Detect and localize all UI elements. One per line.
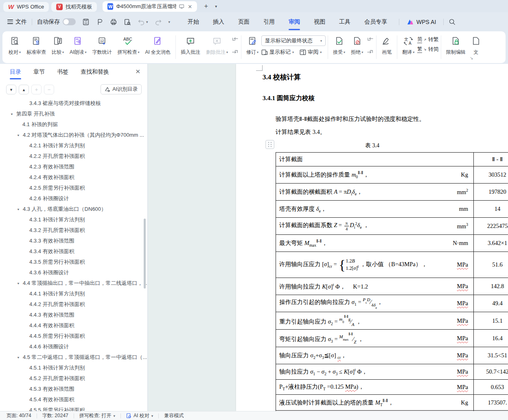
table-value-cell[interactable]: 197820 (474, 184, 508, 200)
simplified-to-traditional-button[interactable]: 简➔ 转繁 (417, 36, 439, 43)
more-commands-chevron-icon[interactable]: ▾ (169, 20, 171, 24)
menu-member[interactable]: 会员专享 (357, 13, 394, 31)
toc-item[interactable]: 4.3.3 有效补强范围 (0, 236, 147, 246)
table-label-cell[interactable]: 许用轴向拉应力 K[σ]t Φ， K=1.2MPa (276, 278, 474, 295)
previous-change-icon[interactable] (366, 37, 374, 44)
table-value-cell[interactable]: 50.7<142 (474, 364, 508, 379)
pen-button[interactable]: 画笔 (379, 34, 395, 58)
accept-button[interactable]: 接受▾ (330, 34, 348, 58)
tab-document-active[interactable]: W Φ4500mm原油常压蒸馏塔机 ✕ (103, 1, 197, 12)
table-value-cell[interactable]: 2225475 (474, 218, 508, 234)
toc-expand-triangle-icon[interactable]: ▼ (17, 133, 20, 137)
ai-read-button[interactable]: AI朗读▾ (67, 34, 89, 58)
translate-button[interactable]: 文A 翻译▾ (399, 34, 417, 58)
markup-state-dropdown[interactable]: 显示标记的最终状态 ▾ (261, 35, 326, 46)
table-label-cell[interactable]: 塔壳有效厚度 δe，mm (276, 201, 474, 217)
toc-item[interactable]: ▼4.5 常二中返塔口，常顶循返塔口，常一中返塔口（... (0, 352, 147, 363)
redo-button[interactable] (155, 19, 162, 25)
table-value-cell[interactable]: 31.5<51 (474, 347, 508, 364)
export-pdf-icon[interactable] (96, 18, 103, 26)
toc-item[interactable]: ▼第四章 开孔补强 (0, 109, 147, 119)
table-row[interactable]: 弯矩引起轴向应力 σ3 = MmaxⅡ-Ⅱ⁄Z ，MPa16.4 (276, 330, 508, 347)
toc-expand-triangle-icon[interactable]: ▼ (17, 356, 20, 359)
toc-item[interactable]: 4.1 补强的判据 (0, 119, 147, 130)
sidebar-tab-bookmarks[interactable]: 书签 (57, 64, 68, 80)
search-icon[interactable] (449, 18, 455, 25)
table-value-cell[interactable]: 16.4 (474, 330, 508, 347)
table-label-cell[interactable]: PT+液柱静压力(PT =0.125 MPa)，MPa (276, 380, 474, 394)
toc-item[interactable]: 4.2.3 有效补强范围 (0, 162, 147, 172)
toc-expand-triangle-icon[interactable]: ▼ (17, 208, 20, 211)
next-comment-icon[interactable] (231, 47, 239, 53)
insert-comment-button[interactable]: 插入批注 (178, 34, 203, 58)
table-row[interactable]: 液压试验时计算截面以上的塔的质量 MTⅡ-Ⅱ，Kg173507. (276, 395, 508, 411)
table-label-cell[interactable]: 操作压力引起的轴向拉应力 σ1 = PcD⁄4δe，MPa (276, 295, 474, 312)
zoom-out-toc-button[interactable]: − (44, 85, 54, 94)
table-label-cell[interactable]: 许用轴向压应力 [σ]cr = {1.2B1.2[σ]t ，取小值 （B=43M… (276, 252, 474, 278)
print-preview-icon[interactable] (124, 18, 131, 26)
sidebar-tab-chapters[interactable]: 章节 (33, 64, 45, 80)
ai-polish-button[interactable]: AI 全文润色 (142, 34, 173, 58)
toc-item[interactable]: 4.4.2 开孔所需补强面积 (0, 299, 147, 310)
toc-item[interactable]: 4.4.3 有效补强范围 (0, 310, 147, 320)
previous-comment-icon[interactable] (231, 37, 239, 44)
table-label-cell[interactable]: 计算截面的截面系数 Z = π4Di2δe ，mm3 (276, 218, 474, 234)
clipped-ribbon-button[interactable]: 文 (469, 34, 484, 58)
table-value-cell[interactable]: 49.4 (474, 295, 508, 312)
track-changes-button[interactable]: 修订▾ (243, 34, 261, 58)
doc-paragraph[interactable]: 计算结果见表 3.4。 (276, 128, 326, 136)
new-tab-icon[interactable]: ＋ (203, 2, 209, 11)
show-markup-button[interactable]: 显示标记▾ (261, 48, 294, 56)
toc-item[interactable]: 4.4.6 补强圈设计 (0, 341, 147, 352)
table-row[interactable]: PT+液柱静压力(PT =0.125 MPa)，MPa0.653 (276, 380, 508, 395)
collapse-all-button[interactable]: ▾ (6, 85, 16, 94)
toc-item[interactable]: 4.5.3 有效补强范围 (0, 384, 147, 394)
review-pane-button[interactable]: 审阅▾ (300, 48, 322, 56)
table-row[interactable]: 轴向拉应力 σ1 − σ2 + σ3 ≤ K[σ]t Φ，MPa50.7<142 (276, 364, 508, 380)
sidebar-scrollbar[interactable] (144, 219, 146, 289)
table-row[interactable]: 计算截面以上塔的操作质量 m0Ⅱ-Ⅱ，Kg303512 (276, 166, 508, 184)
tab-wps-office[interactable]: W WPS Office (3, 2, 49, 12)
table-label-cell[interactable]: 重力引起轴向应力 σ2 = m0Ⅱ-Ⅱg⁄A ，MPa (276, 312, 474, 329)
ai-proof-indicator[interactable]: AI 校对▾ (126, 412, 153, 419)
expand-all-button[interactable]: ▴ (19, 85, 29, 94)
menu-page[interactable]: 页面 (231, 13, 256, 31)
toc-item[interactable]: 4.4.5 所需另行补强面积 (0, 331, 147, 341)
toc-item[interactable]: 4.3.6 补强圈设计 (0, 267, 147, 278)
menu-review[interactable]: 审阅 (282, 13, 307, 31)
table-row[interactable]: 轴向压应力 σ2+σ3≦[σ] cr，MPa31.5<51 (276, 347, 508, 364)
toc-item[interactable]: 4.2.5 所需另行补强面积 (0, 183, 147, 193)
table-row[interactable]: 操作压力引起的轴向拉应力 σ1 = PcD⁄4δe，MPa49.4 (276, 295, 508, 312)
table-label-cell[interactable]: 轴向拉应力 σ1 − σ2 + σ3 ≤ K[σ]t Φ，MPa (276, 364, 474, 379)
toc-item[interactable]: 3.4.3 裙座与塔壳对接焊缝校核 (0, 98, 147, 109)
word-count-indicator[interactable]: 字数: 20247 (42, 412, 68, 419)
window-mode-icon[interactable] (179, 4, 184, 9)
next-change-icon[interactable] (366, 47, 374, 53)
tab-list-chevron-icon[interactable]: ▾ (215, 4, 217, 9)
toc-item[interactable]: 4.5.2 开孔所需补强面积 (0, 373, 147, 384)
table-label-cell[interactable]: 轴向压应力 σ2+σ3≦[σ] cr，MPa (276, 347, 474, 364)
document-page[interactable]: 3.4 校核计算 3.4.1 圆筒应力校核 验算塔壳Ⅱ-Ⅱ截面处操作时和压力试验… (236, 64, 508, 411)
traditional-to-simplified-button[interactable]: 繁➔ 转简 (417, 46, 439, 53)
table-value-cell[interactable]: 303512 (474, 166, 508, 183)
table-row[interactable]: 重力引起轴向应力 σ2 = m0Ⅱ-Ⅱg⁄A ，MPa15.1 (276, 312, 508, 330)
table-row[interactable]: 计算截面的截面系数 Z = π4Di2δe ，mm32225475 (276, 218, 508, 235)
sidebar-close-icon[interactable]: ✕ (135, 68, 140, 75)
table-row[interactable]: 计算截面Ⅱ - Ⅱ (276, 153, 508, 166)
table-value-cell[interactable]: 51.6 (474, 252, 508, 278)
close-tab-icon[interactable]: ✕ (188, 4, 192, 10)
toc-expand-triangle-icon[interactable]: ▼ (17, 282, 20, 285)
toc-item[interactable]: ▼4.3 人孔，塔底重油出口（DN600） (0, 204, 147, 214)
calculation-table[interactable]: 计算截面Ⅱ - Ⅱ计算截面以上塔的操作质量 m0Ⅱ-Ⅱ，Kg303512计算截面… (276, 152, 508, 411)
table-label-cell[interactable]: 计算截面 (276, 153, 474, 166)
reject-button[interactable]: 拒绝▾ (348, 34, 366, 58)
toc-item[interactable]: ▼4.2 对塔顶气体出口的补强（其内径均为Φ700mm ... (0, 130, 147, 140)
table-label-cell[interactable]: 计算截面以上塔的操作质量 m0Ⅱ-Ⅱ，Kg (276, 166, 474, 183)
menu-reference[interactable]: 引用 (256, 13, 282, 31)
doc-heading-2[interactable]: 3.4.1 圆筒应力校核 (263, 94, 315, 103)
toc-item[interactable]: 4.2.1 补强计算方法判别 (0, 140, 147, 151)
table-value-cell[interactable]: 14 (474, 201, 508, 217)
doc-paragraph[interactable]: 验算塔壳Ⅱ-Ⅱ截面处操作时和压力试验时的强度和稳定性。 (276, 115, 425, 123)
table-label-cell[interactable]: 液压试验时计算截面以上的塔的质量 MTⅡ-Ⅱ，Kg (276, 395, 474, 410)
menu-tools[interactable]: 工具 (332, 13, 357, 31)
